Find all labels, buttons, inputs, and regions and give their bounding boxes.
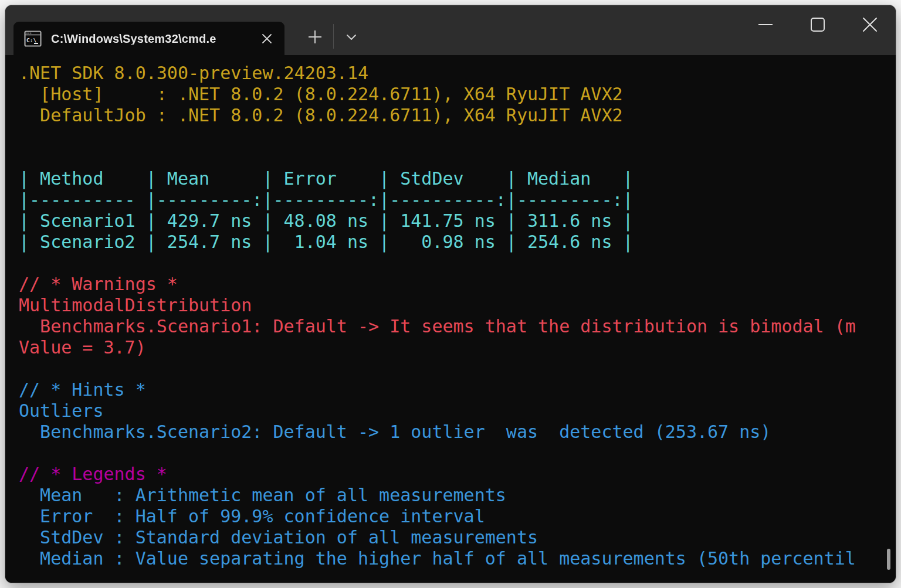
scrollbar-thumb[interactable]: [887, 549, 890, 570]
terminal-line: // * Legends *: [19, 464, 896, 485]
terminal-output[interactable]: .NET SDK 8.0.300-preview.24203.14 [Host]…: [5, 55, 896, 583]
tab-separator: [333, 24, 334, 49]
tab-cmd[interactable]: C:\ C:\Windows\System32\cmd.e: [13, 22, 284, 55]
terminal-line: Median : Value separating the higher hal…: [19, 548, 896, 569]
terminal-line: StdDev : Standard deviation of all measu…: [19, 527, 896, 548]
terminal-line: .NET SDK 8.0.300-preview.24203.14: [19, 63, 896, 84]
plus-icon[interactable]: [301, 23, 329, 51]
terminal-line: Mean : Arithmetic mean of all measuremen…: [19, 485, 896, 506]
terminal-line: Benchmarks.Scenario2: Default -> 1 outli…: [19, 422, 896, 443]
terminal-line: Benchmarks.Scenario1: Default -> It seem…: [19, 316, 896, 337]
terminal-line: [19, 253, 896, 274]
chevron-down-icon[interactable]: [337, 23, 365, 51]
terminal-line: | Method | Mean | Error | StdDev | Media…: [19, 168, 896, 189]
terminal-line: | Scenario1 | 429.7 ns | 48.08 ns | 141.…: [19, 210, 896, 232]
terminal-line: // * Warnings *: [19, 274, 896, 295]
terminal-line: // * Hints *: [19, 379, 896, 400]
terminal-line: [Host] : .NET 8.0.2 (8.0.224.6711), X64 …: [19, 84, 896, 105]
titlebar[interactable]: C:\ C:\Windows\System32\cmd.e: [5, 5, 896, 55]
terminal-line: |---------- |---------:|---------:|-----…: [19, 189, 896, 210]
terminal-line: Error : Half of 99.9% confidence interva…: [19, 506, 896, 527]
terminal-line: [19, 147, 896, 168]
terminal-line: DefaultJob : .NET 8.0.2 (8.0.224.6711), …: [19, 105, 896, 126]
terminal-line: [19, 126, 896, 147]
terminal-line: MultimodalDistribution: [19, 295, 896, 316]
terminal-line: Value = 3.7): [19, 337, 896, 358]
terminal-line: [19, 358, 896, 379]
minimize-icon[interactable]: [739, 5, 791, 44]
terminal-line: [19, 443, 896, 464]
tab-close-icon[interactable]: [256, 28, 277, 49]
terminal-line: | Scenario2 | 254.7 ns | 1.04 ns | 0.98 …: [19, 232, 896, 253]
terminal-window: C:\ C:\Windows\System32\cmd.e: [5, 5, 896, 583]
tab-title: C:\Windows\System32\cmd.e: [51, 33, 256, 45]
cmd-window-icon: C:\: [24, 30, 42, 47]
svg-text:C:\: C:\: [26, 37, 36, 43]
maximize-icon[interactable]: [791, 5, 844, 44]
window-controls: [739, 5, 896, 44]
terminal-line: Outliers: [19, 400, 896, 422]
close-icon[interactable]: [844, 5, 896, 44]
